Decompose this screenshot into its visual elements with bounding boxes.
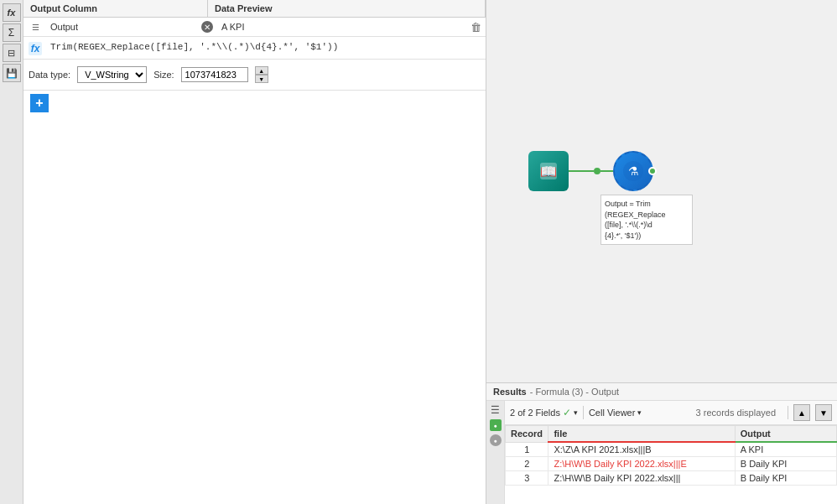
column-header: Output Column Data Preview (23, 0, 486, 18)
right-panel: 📖 ⚗ (486, 0, 837, 504)
cell-viewer-dropdown-icon: ▾ (637, 408, 642, 417)
file-col-header: file (548, 426, 735, 443)
toolbar-separator-1 (583, 406, 584, 419)
sigma-toolbar-btn[interactable]: Σ (3, 23, 21, 42)
file-value-3: Z:\H\W\B Daily KPI 2022.xlsx||| (548, 471, 735, 486)
up-arrow-icon: ▲ (798, 408, 806, 418)
output-field-name-input[interactable] (47, 20, 198, 34)
canvas-area: 📖 ⚗ (486, 0, 837, 382)
size-input[interactable] (181, 67, 248, 82)
fields-dropdown-icon: ▾ (574, 408, 578, 417)
record-num-2: 2 (506, 457, 548, 471)
plus-icon: + (35, 96, 43, 111)
delete-field-btn[interactable]: 🗑 (465, 21, 486, 34)
formula-editor-panel: fx Σ ⊟ 💾 Output Column (0, 0, 486, 504)
row-drag-handle: ☰ (23, 23, 47, 32)
preview-value: A KPI (216, 20, 465, 34)
results-header: Results - Formula (3) - Output (486, 383, 837, 401)
file-value-1: X:\Z\A KPI 2021.xlsx|||B (548, 442, 735, 457)
size-down-btn[interactable]: ▼ (255, 75, 268, 83)
results-title-text: Results (493, 387, 527, 397)
save-icon: 💾 (6, 68, 18, 79)
data-table: Record file Output 1 X:\Z\A KPI 2021.xls… (505, 425, 837, 486)
add-field-button[interactable]: + (30, 94, 49, 112)
table-row: 2 Z:\H\W\B Daily KPI 2022.xlsx|||E B Dai… (506, 457, 837, 471)
toolbar-separator-2 (788, 406, 788, 419)
results-left-icons: ☰ ● ● (486, 401, 505, 504)
filter-toolbar-btn[interactable]: ⊟ (3, 44, 21, 62)
results-list-icon[interactable]: ☰ (491, 404, 500, 416)
formula-icon-cell: fx (23, 40, 47, 55)
input-node[interactable]: 📖 (528, 151, 569, 191)
record-col-header: Record (506, 426, 548, 443)
column-area: Output Column Data Preview ☰ ✕ (23, 0, 486, 504)
formula-row: fx Trim(REGEX_Replace([file], '.*\\(.*)\… (23, 37, 486, 60)
results-main: 2 of 2 Fields ✓ ▾ Cell Viewer ▾ 3 record… (505, 401, 837, 504)
datatype-select[interactable]: V_WString (77, 66, 147, 83)
fields-label: 2 of 2 Fields (510, 408, 560, 418)
add-field-row: + (23, 91, 486, 116)
spin-up-icon: ▲ (258, 68, 264, 74)
size-up-btn[interactable]: ▲ (255, 66, 268, 75)
clear-icon: ✕ (201, 21, 213, 33)
connector-dot-1 (594, 168, 600, 174)
sigma-icon: Σ (8, 27, 14, 39)
results-body: ☰ ● ● 2 of 2 Fields ✓ ▾ (486, 401, 837, 504)
scroll-down-button[interactable]: ▼ (815, 404, 832, 421)
cell-viewer-button[interactable]: Cell Viewer ▾ (589, 408, 642, 418)
drag-icon: ☰ (32, 23, 39, 32)
preview-column-header: Data Preview (208, 0, 486, 17)
gray-dot-icon: ● (493, 438, 496, 444)
formula-svg: ⚗ (621, 159, 645, 183)
formula-node-wrapper: ⚗ Output = Trim(REGEX_Replace([file], '.… (613, 151, 653, 191)
book-svg: 📖 (537, 159, 560, 183)
fields-button[interactable]: 2 of 2 Fields ✓ ▾ (510, 407, 578, 418)
results-green-indicator: ● (490, 419, 502, 431)
results-subtitle-text: - Formula (3) - Output (530, 387, 619, 397)
results-panel: Results - Formula (3) - Output ☰ ● ● (486, 382, 837, 504)
left-toolbar: fx Σ ⊟ 💾 (0, 0, 23, 504)
table-body: 1 X:\Z\A KPI 2021.xlsx|||B A KPI 2 Z:\H\… (506, 442, 837, 486)
record-num-3: 3 (506, 471, 548, 486)
results-table: Record file Output 1 X:\Z\A KPI 2021.xls… (505, 425, 837, 504)
size-spinner: ▲ ▼ (255, 66, 268, 83)
checkmark-icon: ✓ (563, 407, 571, 418)
scroll-up-button[interactable]: ▲ (793, 404, 810, 421)
down-arrow-icon: ▼ (819, 408, 828, 418)
node-tooltip: Output = Trim(REGEX_Replace([file], '.*\… (600, 195, 693, 245)
output-column-header: Output Column (23, 0, 208, 17)
results-gray-indicator: ● (490, 434, 502, 446)
table-row: 3 Z:\H\W\B Daily KPI 2022.xlsx||| B Dail… (506, 471, 837, 486)
book-node-icon: 📖 (528, 151, 569, 191)
table-header: Record file Output (506, 426, 837, 443)
size-label: Size: (153, 70, 174, 80)
output-value-1: A KPI (735, 442, 836, 457)
formula-node[interactable]: ⚗ (613, 151, 653, 191)
save-toolbar-btn[interactable]: 💾 (3, 64, 21, 82)
cell-viewer-label: Cell Viewer (589, 408, 635, 418)
filter-icon: ⊟ (8, 48, 15, 59)
datatype-row: Data type: V_WString Size: ▲ ▼ (23, 60, 486, 91)
output-value-2: B Daily KPI (735, 457, 836, 471)
formula-fx-icon: fx (29, 42, 43, 55)
workflow-container: 📖 ⚗ (528, 151, 653, 191)
records-displayed-text: 3 records displayed (696, 408, 776, 418)
connector-line-2 (600, 170, 613, 172)
spin-down-icon: ▼ (258, 76, 264, 82)
svg-text:📖: 📖 (540, 164, 557, 179)
formula-node-icon: ⚗ (613, 151, 653, 191)
datatype-label: Data type: (29, 70, 70, 80)
clear-field-btn[interactable]: ✕ (198, 21, 216, 33)
formula-toolbar-btn[interactable]: fx (3, 3, 21, 22)
connector-left (569, 168, 613, 174)
green-dot-icon: ● (493, 423, 496, 429)
svg-text:⚗: ⚗ (628, 164, 639, 178)
connector-line-1 (569, 170, 594, 172)
delete-icon: 🗑 (470, 21, 481, 34)
output-connector-dot (648, 167, 657, 175)
fx-icon: fx (8, 8, 16, 18)
output-col-header: Output (735, 426, 836, 443)
formula-expression[interactable]: Trim(REGEX_Replace([file], '.*\\(.*)\d{4… (47, 40, 486, 54)
results-toolbar: 2 of 2 Fields ✓ ▾ Cell Viewer ▾ 3 record… (505, 401, 837, 425)
table-row: 1 X:\Z\A KPI 2021.xlsx|||B A KPI (506, 442, 837, 457)
